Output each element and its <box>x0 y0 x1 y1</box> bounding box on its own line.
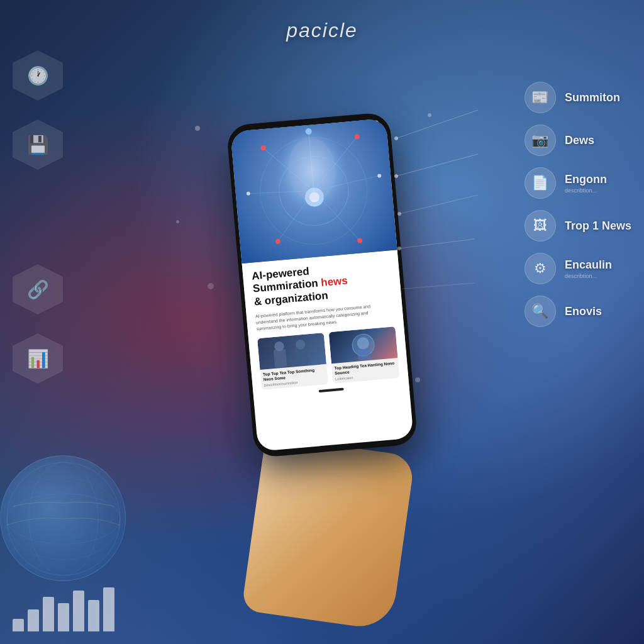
phone-screen: AI-pewered Summiration hews & organizati… <box>230 118 414 452</box>
menu-label-dews: Dews <box>565 134 594 147</box>
hex-icon-2: 💾 <box>13 119 63 170</box>
phone-container: AI-pewered Summiration hews & organizati… <box>203 118 441 571</box>
menu-sub-engonn: describtion... <box>565 187 607 194</box>
hex-icon-3: 🔗 <box>13 264 63 314</box>
right-menu: 📰 Summiton 📷 Dews 📄 Engonn describtion..… <box>525 82 644 327</box>
svg-point-22 <box>354 134 360 140</box>
smartphone[interactable]: AI-pewered Summiration hews & organizati… <box>226 112 418 458</box>
svg-point-24 <box>377 174 382 178</box>
menu-label-enovis: Enovis <box>565 305 602 318</box>
article-thumb-2 <box>329 326 398 364</box>
menu-item-engonn[interactable]: 📄 Engonn describtion... <box>525 167 631 199</box>
svg-rect-32 <box>274 348 287 367</box>
bar-5 <box>73 591 84 631</box>
bar-6 <box>88 600 99 631</box>
top1news-icon: 🖼 <box>525 210 556 242</box>
app-title: pacicle <box>286 19 358 42</box>
bar-3 <box>43 597 54 631</box>
hex-icons-panel: 🕐 💾 🔗 📊 <box>13 50 63 384</box>
bar-7 <box>103 587 114 631</box>
svg-rect-34 <box>294 347 308 365</box>
bar-4 <box>58 603 69 631</box>
menu-label-encaulin: Encaulin <box>565 258 612 272</box>
menu-item-dews[interactable]: 📷 Dews <box>525 125 631 156</box>
svg-point-27 <box>305 128 312 135</box>
menu-item-enovis[interactable]: 🔍 Enovis <box>525 296 631 327</box>
article-card-1[interactable]: Top Top Tea Top Somthing Neos Some Descr… <box>257 333 328 391</box>
phone-content-area: AI-pewered Summiration hews & organizati… <box>242 250 410 406</box>
float-dot-5 <box>415 377 420 382</box>
float-dot-2 <box>176 220 179 223</box>
article-thumb-1 <box>257 333 326 370</box>
menu-sub-encaulin: describtion... <box>565 273 612 279</box>
phone-headline: AI-pewered Summiration hews & organizati… <box>252 258 392 309</box>
headline-part3: hews <box>321 275 348 289</box>
svg-point-25 <box>275 239 280 245</box>
engonn-icon: 📄 <box>525 167 556 199</box>
hex-icon-4: 📊 <box>13 333 63 384</box>
hex-icon-1: 🕐 <box>13 50 63 101</box>
menu-item-top1news[interactable]: 🖼 Trop 1 News <box>525 210 631 242</box>
svg-point-23 <box>247 191 251 196</box>
enovis-icon: 🔍 <box>525 296 556 327</box>
article-card-2[interactable]: Top Heading Tea Hanting Nono Sounce Lott… <box>329 326 400 384</box>
hand <box>242 436 416 631</box>
svg-rect-38 <box>358 348 371 360</box>
dews-icon: 📷 <box>525 125 556 156</box>
menu-item-encaulin[interactable]: ⚙ Encaulin describtion... <box>525 253 631 284</box>
summition-icon: 📰 <box>525 82 556 113</box>
menu-label-engonn: Engonn <box>565 173 607 186</box>
float-dot-4 <box>428 113 431 117</box>
menu-item-summition[interactable]: 📰 Summiton <box>525 82 631 113</box>
float-dot-3 <box>208 283 214 289</box>
phone-hero-image <box>230 118 397 264</box>
globe-decoration <box>0 455 126 581</box>
bar-chart <box>13 581 114 631</box>
menu-label-top1news: Trop 1 News <box>565 219 631 233</box>
menu-label-summition: Summiton <box>565 91 620 104</box>
encaulin-icon: ⚙ <box>525 253 556 284</box>
bar-1 <box>13 619 24 631</box>
float-dot-1 <box>195 126 200 131</box>
bar-2 <box>28 609 39 631</box>
